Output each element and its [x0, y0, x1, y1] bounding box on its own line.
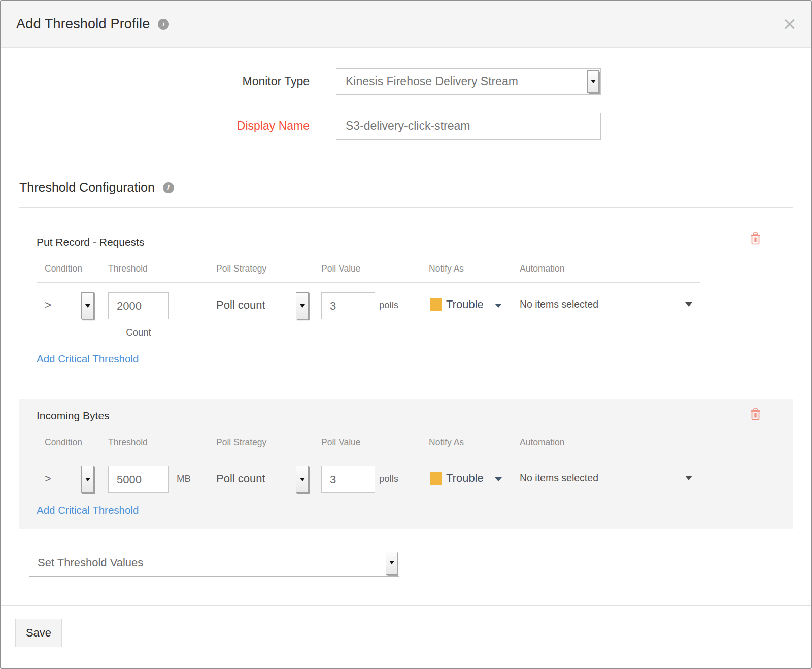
trouble-status-swatch — [430, 298, 442, 311]
column-threshold: Threshold — [108, 437, 148, 448]
chevron-down-icon[interactable] — [386, 551, 397, 575]
threshold-configuration-header: Threshold Configuration i — [19, 180, 793, 208]
poll-strategy-select[interactable] — [296, 466, 309, 493]
column-condition: Condition — [45, 437, 82, 448]
chevron-down-icon — [685, 476, 692, 480]
notify-as-value: Trouble — [446, 472, 484, 485]
column-poll-value: Poll Value — [321, 263, 361, 274]
display-name-label: Display Name — [1, 119, 310, 133]
poll-value-input[interactable] — [321, 292, 375, 319]
close-icon[interactable]: ✕ — [783, 16, 797, 33]
info-icon[interactable]: i — [158, 19, 169, 30]
automation-value: No items selected — [520, 472, 598, 484]
condition-select[interactable] — [81, 292, 94, 319]
automation-value: No items selected — [520, 298, 598, 310]
column-automation: Automation — [520, 263, 565, 274]
set-threshold-values-label: Set Threshold Values — [29, 556, 143, 570]
threshold-value-input[interactable] — [108, 466, 169, 493]
condition-value: > — [45, 472, 51, 485]
display-name-field[interactable]: S3-delivery-click-stream — [336, 113, 601, 140]
chevron-down-icon — [685, 302, 692, 307]
monitor-type-value: Kinesis Firehose Delivery Stream — [336, 75, 518, 88]
chevron-down-icon — [495, 304, 502, 308]
metric-title: Incoming Bytes — [37, 410, 775, 422]
trouble-status-swatch — [430, 472, 442, 485]
column-threshold: Threshold — [108, 263, 148, 274]
threshold-row: > Count Poll count polls Trouble No item… — [37, 292, 775, 319]
condition-select[interactable] — [81, 466, 94, 493]
column-poll-strategy: Poll Strategy — [216, 263, 266, 274]
notify-as-dropdown[interactable]: Trouble — [430, 472, 502, 485]
threshold-unit-label: MB — [177, 473, 191, 484]
add-critical-threshold-link[interactable]: Add Critical Threshold — [37, 353, 139, 365]
threshold-unit-label: Count — [108, 327, 169, 338]
divider — [37, 282, 700, 283]
poll-strategy-value: Poll count — [216, 298, 265, 312]
poll-strategy-value: Poll count — [216, 472, 265, 485]
notify-as-dropdown[interactable]: Trouble — [430, 298, 502, 311]
column-poll-value: Poll Value — [321, 437, 361, 448]
automation-dropdown[interactable]: No items selected — [520, 298, 692, 310]
column-notify-as: Notify As — [429, 437, 464, 448]
dialog-header: Add Threshold Profile i ✕ — [1, 1, 811, 48]
chevron-down-icon[interactable] — [587, 70, 599, 93]
poll-value-input[interactable] — [321, 466, 375, 493]
notify-as-value: Trouble — [446, 298, 484, 311]
poll-unit-label: polls — [379, 473, 398, 484]
dialog-footer: Save — [1, 605, 811, 660]
monitor-type-row: Monitor Type Kinesis Firehose Delivery S… — [1, 68, 811, 95]
poll-unit-label: polls — [379, 299, 398, 311]
set-threshold-values-select[interactable]: Set Threshold Values — [29, 549, 399, 577]
threshold-configuration-title: Threshold Configuration — [19, 180, 155, 195]
metric-section-incoming-bytes: Incoming Bytes Condition Threshold Poll … — [19, 399, 793, 529]
save-button[interactable]: Save — [15, 619, 62, 647]
poll-strategy-select[interactable] — [296, 292, 309, 319]
monitor-type-select[interactable]: Kinesis Firehose Delivery Stream — [336, 68, 601, 95]
column-notify-as: Notify As — [429, 263, 464, 274]
condition-value: > — [45, 298, 51, 312]
chevron-down-icon — [495, 477, 502, 481]
display-name-value: S3-delivery-click-stream — [336, 119, 470, 133]
monitor-type-label: Monitor Type — [1, 75, 310, 88]
column-condition: Condition — [45, 263, 82, 274]
display-name-row: Display Name S3-delivery-click-stream — [1, 113, 811, 140]
threshold-row: > MB Poll count polls Trouble No items s… — [37, 466, 775, 493]
column-automation: Automation — [520, 437, 565, 448]
metric-section-put-record-requests: Put Record - Requests Condition Threshol… — [19, 226, 793, 378]
delete-metric-icon[interactable] — [750, 408, 761, 421]
automation-dropdown[interactable]: No items selected — [520, 472, 692, 484]
dialog-title: Add Threshold Profile — [16, 16, 150, 32]
add-critical-threshold-link[interactable]: Add Critical Threshold — [37, 504, 139, 516]
column-headers: Condition Threshold Poll Strategy Poll V… — [37, 437, 775, 448]
add-threshold-profile-dialog: Add Threshold Profile i ✕ Monitor Type K… — [0, 0, 812, 669]
divider — [37, 456, 700, 456]
column-poll-strategy: Poll Strategy — [216, 437, 266, 448]
info-icon[interactable]: i — [163, 182, 174, 193]
delete-metric-icon[interactable] — [750, 232, 761, 245]
metric-title: Put Record - Requests — [37, 236, 775, 248]
threshold-value-input[interactable] — [108, 292, 169, 319]
form-rows: Monitor Type Kinesis Firehose Delivery S… — [1, 48, 811, 140]
column-headers: Condition Threshold Poll Strategy Poll V… — [37, 263, 775, 275]
